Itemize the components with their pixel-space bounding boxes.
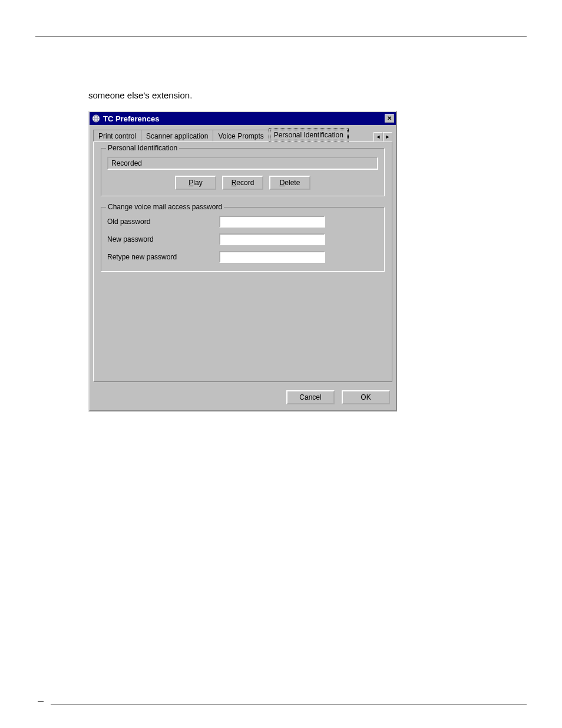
tab-scroll-right[interactable]: ► bbox=[383, 132, 392, 141]
dialog-footer: Cancel OK bbox=[90, 386, 396, 410]
app-icon bbox=[91, 114, 101, 123]
tab-scanner-application[interactable]: Scanner application bbox=[141, 130, 213, 142]
group-personal-identification: Personal Identification Recorded Play Re… bbox=[101, 148, 385, 196]
delete-button[interactable]: Delete bbox=[269, 176, 310, 190]
group-change-password: Change voice mail access password Old pa… bbox=[101, 207, 385, 272]
old-password-label: Old password bbox=[107, 218, 219, 226]
preferences-dialog: TC Preferences ✕ Print control Scanner a… bbox=[88, 111, 397, 411]
close-button[interactable]: ✕ bbox=[385, 114, 394, 123]
play-button[interactable]: Play bbox=[175, 176, 216, 190]
tab-panel-personal-identification: Personal Identification Recorded Play Re… bbox=[93, 141, 392, 382]
recording-status-field: Recorded bbox=[107, 157, 378, 170]
top-horizontal-rule bbox=[35, 37, 527, 37]
retype-password-label: Retype new password bbox=[107, 253, 219, 261]
old-password-input[interactable] bbox=[219, 216, 325, 228]
tab-print-control[interactable]: Print control bbox=[93, 130, 141, 142]
titlebar: TC Preferences ✕ bbox=[90, 112, 396, 125]
tab-voice-prompts[interactable]: Voice Prompts bbox=[213, 130, 269, 142]
retype-password-input[interactable] bbox=[219, 251, 325, 263]
new-password-label: New password bbox=[107, 235, 219, 243]
bottom-horizontal-rule bbox=[51, 704, 527, 704]
cancel-button[interactable]: Cancel bbox=[286, 390, 335, 404]
tab-scroll-left[interactable]: ◄ bbox=[373, 132, 383, 141]
ok-button[interactable]: OK bbox=[342, 390, 390, 404]
record-button[interactable]: Record bbox=[222, 176, 263, 190]
group-change-password-legend: Change voice mail access password bbox=[106, 203, 224, 211]
tab-strip: Print control Scanner application Voice … bbox=[90, 125, 396, 141]
tab-personal-identification[interactable]: Personal Identification bbox=[269, 129, 349, 141]
dialog-title: TC Preferences bbox=[103, 114, 385, 123]
intro-text: someone else's extension. bbox=[88, 90, 527, 100]
new-password-input[interactable] bbox=[219, 233, 325, 245]
group-personal-identification-legend: Personal Identification bbox=[106, 144, 179, 152]
footer-dash: – bbox=[38, 694, 44, 707]
